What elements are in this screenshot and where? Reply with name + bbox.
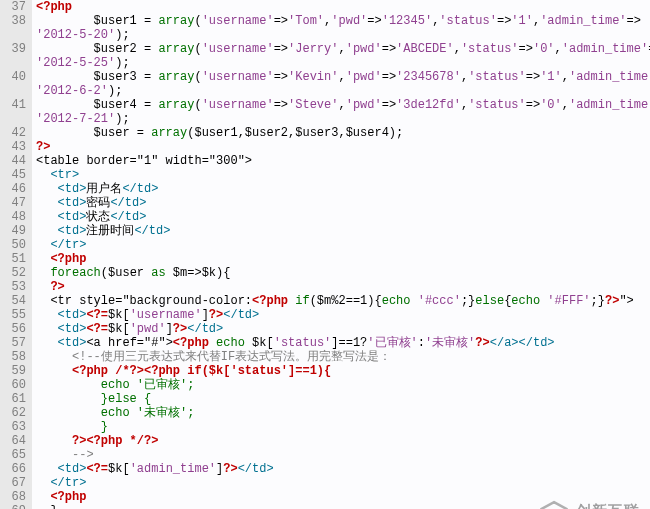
line-number: 42 [4, 126, 26, 140]
code-area: <?php $user1 = array('username'=>'Tom','… [32, 0, 650, 509]
line-number: 41 [4, 98, 26, 112]
line-number [4, 28, 26, 42]
code-line: '2012-5-25'); [36, 56, 650, 70]
line-number: 63 [4, 420, 26, 434]
code-line: $user1 = array('username'=>'Tom','pwd'=>… [36, 14, 650, 28]
code-line: <table border="1" width="300"> [36, 154, 650, 168]
line-number: 56 [4, 322, 26, 336]
code-line: <!--使用三元表达式来代替IF表达式写法。用完整写法是： [36, 350, 650, 364]
line-number: 61 [4, 392, 26, 406]
line-number: 62 [4, 406, 26, 420]
code-line: }else { [36, 392, 650, 406]
code-line: <td>密码</td> [36, 196, 650, 210]
code-line: <td><?=$k['admin_time']?></td> [36, 462, 650, 476]
line-number [4, 112, 26, 126]
line-number: 58 [4, 350, 26, 364]
line-number [4, 56, 26, 70]
code-line: <?php [36, 252, 650, 266]
line-number: 68 [4, 490, 26, 504]
line-number: 45 [4, 168, 26, 182]
line-number: 50 [4, 238, 26, 252]
watermark-logo: 创新互联 CD X IN HU LIAN [536, 500, 640, 509]
line-number: 39 [4, 42, 26, 56]
line-number-gutter: 3738394041424344454647484950515253545556… [0, 0, 32, 509]
code-line: $user4 = array('username'=>'Steve','pwd'… [36, 98, 650, 112]
code-line: } [36, 420, 650, 434]
line-number: 37 [4, 0, 26, 14]
line-number: 57 [4, 336, 26, 350]
line-number: 44 [4, 154, 26, 168]
code-line: $user = array($user1,$user2,$user3,$user… [36, 126, 650, 140]
code-line: '2012-6-2'); [36, 84, 650, 98]
line-number: 48 [4, 210, 26, 224]
line-number: 53 [4, 280, 26, 294]
line-number: 49 [4, 224, 26, 238]
code-line: <td>状态</td> [36, 210, 650, 224]
line-number: 59 [4, 364, 26, 378]
code-line: <td><?=$k['username']?></td> [36, 308, 650, 322]
line-number [4, 84, 26, 98]
line-number: 64 [4, 434, 26, 448]
code-line: <tr style="background-color:<?php if($m%… [36, 294, 650, 308]
code-line: </tr> [36, 476, 650, 490]
code-line: <td><a href="#"><?php echo $k['status']=… [36, 336, 650, 350]
line-number: 67 [4, 476, 26, 490]
code-line: foreach($user as $m=>$k){ [36, 266, 650, 280]
code-line: $user2 = array('username'=>'Jerry','pwd'… [36, 42, 650, 56]
code-line: ?> [36, 140, 650, 154]
code-line: echo '未审核'; [36, 406, 650, 420]
line-number: 38 [4, 14, 26, 28]
line-number: 69 [4, 504, 26, 509]
line-number: 65 [4, 448, 26, 462]
code-line: <?php /*?><?php if($k['status']==1){ [36, 364, 650, 378]
logo-text-cn: 创新互联 [576, 504, 640, 509]
code-line: echo '已审核'; [36, 378, 650, 392]
line-number: 66 [4, 462, 26, 476]
code-line: <td>用户名</td> [36, 182, 650, 196]
code-line: '2012-5-20'); [36, 28, 650, 42]
code-line: <td>注册时间</td> [36, 224, 650, 238]
code-line: --> [36, 448, 650, 462]
line-number: 60 [4, 378, 26, 392]
line-number: 46 [4, 182, 26, 196]
code-line: '2012-7-21'); [36, 112, 650, 126]
line-number: 55 [4, 308, 26, 322]
line-number: 51 [4, 252, 26, 266]
line-number: 54 [4, 294, 26, 308]
code-editor: 3738394041424344454647484950515253545556… [0, 0, 650, 509]
code-line: $user3 = array('username'=>'Kevin','pwd'… [36, 70, 650, 84]
code-line: <tr> [36, 168, 650, 182]
line-number: 52 [4, 266, 26, 280]
code-line: <?php [36, 0, 650, 14]
line-number: 40 [4, 70, 26, 84]
line-number: 43 [4, 140, 26, 154]
code-line: <td><?=$k['pwd']?></td> [36, 322, 650, 336]
code-line: </tr> [36, 238, 650, 252]
logo-icon [536, 500, 572, 509]
line-number: 47 [4, 196, 26, 210]
code-line: ?><?php */?> [36, 434, 650, 448]
code-line: ?> [36, 280, 650, 294]
